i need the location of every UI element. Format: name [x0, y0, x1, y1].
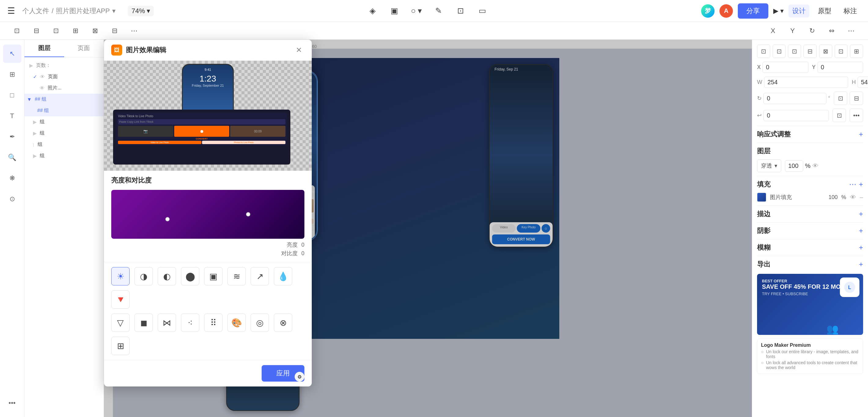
threshold-icon-btn[interactable]: ◼	[134, 314, 153, 332]
fill-icon-btn[interactable]: 🎨	[227, 314, 246, 332]
gradient-canvas[interactable]	[111, 190, 304, 239]
noise-icon-btn[interactable]: ⁖	[181, 314, 199, 332]
align-right-icon[interactable]: ⊡	[835, 44, 848, 58]
opacity-input[interactable]	[785, 160, 803, 172]
align-right-icon[interactable]: ⊡	[49, 24, 63, 38]
fill-grid-icon[interactable]: ⋯	[849, 180, 857, 189]
align-top-right-icon[interactable]: ⊡	[788, 44, 801, 58]
modal-settings-icon[interactable]: ⚙	[294, 372, 304, 382]
brightness-icon-btn[interactable]: ☀	[111, 267, 130, 285]
hsl-icon-btn[interactable]: ↗	[251, 267, 269, 285]
responsive-add-button[interactable]: +	[859, 130, 863, 139]
layers-tab-layers[interactable]: 图层	[25, 40, 64, 57]
align-bottom-icon[interactable]: ⊠	[819, 44, 832, 58]
sidebar-item-frame[interactable]: ⊞	[3, 65, 21, 84]
flip-h-icon[interactable]: ⇔	[825, 24, 839, 38]
sidebar-item-pen[interactable]: ✒	[3, 128, 21, 146]
sidebar-item-assets[interactable]: ⊙	[3, 190, 21, 208]
diamond-tool-icon[interactable]: ◈	[367, 5, 379, 17]
list-item[interactable]: | 组	[25, 139, 103, 150]
visibility-toggle-icon[interactable]: 👁	[812, 163, 818, 169]
pen-tool-icon[interactable]: ✎	[432, 5, 445, 17]
gradient-control-point-2[interactable]	[165, 217, 169, 221]
list-item[interactable]: ▶ 组	[25, 150, 103, 162]
menu-icon[interactable]: ☰	[7, 6, 15, 16]
rotate-icon[interactable]: ↻	[805, 24, 819, 38]
zoom-control[interactable]: 74% ▾	[128, 6, 154, 16]
play-button[interactable]: ▶ ▾	[773, 7, 784, 15]
fill-visibility-icon[interactable]: 👁	[850, 194, 856, 201]
blur-add-button[interactable]: +	[859, 243, 863, 252]
radial-icon-btn[interactable]: ◎	[251, 314, 269, 332]
rotation-input[interactable]	[764, 93, 827, 104]
list-item[interactable]: ▼ ## 组	[25, 94, 103, 105]
sidebar-item-search[interactable]: 🔍	[3, 148, 21, 167]
split-icon-btn[interactable]: ⋈	[158, 314, 176, 332]
distribute-h-icon[interactable]: ⊠	[88, 24, 102, 38]
fill-remove-icon[interactable]: –	[860, 194, 863, 201]
sidebar-item-shape[interactable]: □	[3, 86, 21, 104]
corner-icon-1[interactable]: ⊡	[834, 92, 847, 105]
invert-icon-btn[interactable]: ▽	[111, 314, 130, 332]
y-input[interactable]	[817, 62, 863, 73]
list-item[interactable]: ▶ 组	[25, 116, 103, 128]
list-item[interactable]: ▶ 组	[25, 128, 103, 139]
w-label: W	[757, 79, 762, 85]
modal-close-button[interactable]: ✕	[293, 44, 304, 56]
corner-radius-input[interactable]	[764, 110, 829, 121]
align-top-left-icon[interactable]: ⊡	[757, 44, 770, 58]
grain-icon-btn[interactable]: ⠿	[204, 314, 222, 332]
height-input[interactable]	[858, 77, 868, 88]
share-button[interactable]: 分享	[738, 3, 768, 19]
exposure-icon-btn[interactable]: ◐	[158, 267, 176, 285]
list-item[interactable]: 👁 照片...	[25, 82, 103, 94]
x-input[interactable]	[763, 62, 808, 73]
sidebar-item-select[interactable]: ↖	[3, 44, 21, 63]
width-input[interactable]	[764, 77, 848, 88]
tab-annotate[interactable]: 标注	[840, 5, 861, 18]
crop-tool-icon[interactable]: ⊡	[455, 5, 467, 17]
slice-tool-icon[interactable]: ▭	[476, 5, 489, 17]
gradient-control-point-1[interactable]	[246, 212, 250, 216]
water-icon-btn[interactable]: 🔻	[111, 290, 130, 309]
distribute-v-icon[interactable]: ⊟	[107, 24, 122, 38]
more-tools-icon[interactable]: ⋯	[127, 24, 141, 38]
stroke-add-button[interactable]: +	[859, 210, 863, 218]
morph-icon-btn[interactable]: ⊗	[274, 314, 292, 332]
list-item[interactable]: ## 组	[25, 105, 103, 116]
frame-tool-icon[interactable]: ▣	[389, 5, 401, 17]
list-item[interactable]: ✓ 👁 页面	[25, 71, 103, 82]
align-left-icon[interactable]: ⊡	[10, 24, 24, 38]
fill-color-swatch[interactable]	[757, 193, 766, 202]
breadcrumb-home[interactable]: 个人文件	[22, 6, 49, 15]
grid-layout-icon[interactable]: ⊞	[850, 44, 863, 58]
color-mix-icon-btn[interactable]: ⬤	[181, 267, 199, 285]
align-center-v-icon[interactable]: ⊞	[68, 24, 83, 38]
contrast-icon-btn[interactable]: ◑	[134, 267, 153, 285]
curves-icon-btn[interactable]: ≋	[227, 267, 246, 285]
sidebar-item-settings[interactable]: •••	[3, 394, 21, 412]
align-middle-icon[interactable]: ⊟	[804, 44, 817, 58]
more-options-icon[interactable]: •••	[850, 109, 863, 122]
corner-icon-2[interactable]: ⊟	[850, 92, 863, 105]
align-top-center-icon[interactable]: ⊡	[773, 44, 786, 58]
export-add-button[interactable]: +	[859, 260, 863, 269]
align-center-h-icon[interactable]: ⊟	[29, 24, 43, 38]
blend-mode-dropdown[interactable]: 穿透 ▾	[757, 159, 781, 172]
sidebar-item-text[interactable]: T	[3, 107, 21, 125]
sidebar-item-components[interactable]: ❋	[3, 169, 21, 187]
more-props-icon[interactable]: ⋯	[844, 24, 858, 38]
levels-icon-btn[interactable]: ▣	[204, 267, 222, 285]
tab-design[interactable]: 设计	[788, 5, 809, 18]
fill-add-button[interactable]: +	[859, 180, 863, 189]
list-item[interactable]: ▶ 页数：	[25, 60, 103, 71]
shape-tool-icon[interactable]: ○ ▾	[410, 5, 423, 17]
breadcrumb-page[interactable]: 照片图片处理APP	[56, 6, 110, 15]
chevron-down-icon[interactable]: ▾	[112, 7, 116, 15]
shadow-add-button[interactable]: +	[859, 227, 863, 235]
layers-tab-pages[interactable]: 页面	[64, 40, 104, 57]
fullscreen-icon[interactable]: ⊡	[833, 109, 846, 122]
grid-icon-btn[interactable]: ⊞	[111, 337, 130, 355]
tab-prototype[interactable]: 原型	[814, 5, 835, 18]
drop-icon-btn[interactable]: 💧	[274, 267, 292, 285]
